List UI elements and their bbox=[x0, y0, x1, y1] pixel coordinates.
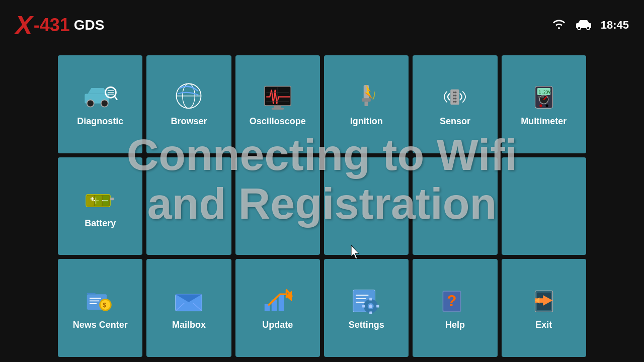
settings-icon bbox=[349, 286, 384, 316]
svg-rect-22 bbox=[365, 102, 368, 106]
sensor-icon bbox=[437, 82, 472, 112]
tile-empty-5[interactable] bbox=[502, 157, 586, 255]
tile-empty-2[interactable] bbox=[235, 157, 320, 255]
svg-point-1 bbox=[578, 27, 581, 30]
svg-rect-19 bbox=[272, 108, 284, 110]
svg-point-37 bbox=[539, 104, 542, 107]
svg-rect-46 bbox=[87, 195, 94, 206]
battery-label: Battery bbox=[85, 218, 116, 229]
tile-battery[interactable]: Battery bbox=[58, 157, 142, 255]
logo-number: 431 bbox=[40, 15, 70, 36]
clock-display: 18:45 bbox=[601, 19, 629, 32]
svg-text:?: ? bbox=[447, 292, 457, 310]
exit-label: Exit bbox=[535, 320, 552, 330]
svg-rect-42 bbox=[110, 197, 114, 200]
sensor-label: Sensor bbox=[440, 116, 470, 127]
header-right: 18:45 bbox=[551, 18, 629, 32]
multimeter-icon: 1.23V bbox=[526, 82, 561, 112]
grid-row-2: Battery bbox=[58, 157, 586, 255]
svg-point-29 bbox=[455, 98, 457, 100]
logo-dash: - bbox=[34, 15, 40, 36]
tile-settings[interactable]: Settings bbox=[324, 259, 409, 357]
svg-point-5 bbox=[101, 100, 108, 107]
wifi-icon bbox=[551, 18, 567, 32]
svg-point-27 bbox=[455, 95, 457, 97]
svg-rect-69 bbox=[369, 298, 372, 300]
svg-line-7 bbox=[115, 97, 117, 100]
update-icon bbox=[260, 286, 295, 316]
tile-oscilloscope[interactable]: Oscilloscope bbox=[235, 55, 320, 153]
svg-point-30 bbox=[453, 101, 455, 103]
ignition-label: Ignition bbox=[350, 116, 383, 127]
logo: X - 431 GDS bbox=[15, 12, 104, 38]
tile-ignition[interactable]: Ignition bbox=[324, 55, 409, 153]
news-center-icon: $ bbox=[83, 286, 118, 316]
svg-rect-48 bbox=[103, 195, 109, 206]
help-label: Help bbox=[445, 320, 465, 330]
exit-icon bbox=[526, 286, 561, 316]
svg-point-25 bbox=[455, 92, 457, 94]
svg-rect-21 bbox=[362, 98, 371, 102]
tile-exit[interactable]: Exit bbox=[502, 259, 586, 357]
news-center-label: News Center bbox=[73, 320, 128, 330]
settings-label: Settings bbox=[349, 320, 384, 330]
mailbox-label: Mailbox bbox=[172, 320, 206, 330]
svg-point-26 bbox=[453, 95, 455, 97]
header: X - 431 GDS 18:45 bbox=[0, 0, 644, 50]
svg-rect-39 bbox=[538, 96, 540, 98]
svg-rect-47 bbox=[95, 195, 102, 206]
mailbox-icon bbox=[171, 286, 206, 316]
tile-help[interactable]: ? Help bbox=[413, 259, 497, 357]
tile-sensor[interactable]: Sensor bbox=[413, 55, 497, 153]
logo-brand: GDS bbox=[74, 17, 105, 33]
browser-icon bbox=[171, 82, 206, 112]
svg-point-4 bbox=[87, 100, 94, 107]
svg-rect-40 bbox=[541, 96, 544, 98]
svg-rect-71 bbox=[362, 305, 365, 307]
svg-point-31 bbox=[455, 101, 457, 103]
app-grid: Diagnostic Browser bbox=[58, 55, 586, 357]
tile-multimeter[interactable]: 1.23V Multimeter bbox=[502, 55, 586, 153]
tile-update[interactable]: Update bbox=[235, 259, 320, 357]
tile-empty-1[interactable] bbox=[146, 157, 231, 255]
grid-row-3: $ News Center bbox=[58, 259, 586, 357]
update-label: Update bbox=[262, 320, 293, 330]
svg-rect-23 bbox=[451, 89, 460, 105]
car-icon bbox=[575, 18, 593, 32]
diagnostic-label: Diagnostic bbox=[77, 116, 123, 127]
tile-empty-4[interactable] bbox=[413, 157, 497, 255]
svg-point-68 bbox=[369, 305, 372, 308]
oscilloscope-icon bbox=[260, 82, 295, 112]
ignition-icon bbox=[349, 82, 384, 112]
tile-empty-3[interactable] bbox=[324, 157, 409, 255]
help-icon: ? bbox=[437, 286, 472, 316]
svg-point-38 bbox=[545, 104, 548, 107]
svg-point-2 bbox=[587, 27, 590, 30]
multimeter-label: Multimeter bbox=[521, 116, 567, 127]
battery-icon bbox=[83, 184, 118, 214]
tile-mailbox[interactable]: Mailbox bbox=[146, 259, 231, 357]
svg-rect-70 bbox=[369, 312, 372, 314]
svg-text:1.23V: 1.23V bbox=[538, 90, 550, 95]
svg-text:$: $ bbox=[103, 302, 106, 309]
tile-diagnostic[interactable]: Diagnostic bbox=[58, 55, 142, 153]
tile-news-center[interactable]: $ News Center bbox=[58, 259, 142, 357]
oscilloscope-label: Oscilloscope bbox=[250, 116, 306, 127]
tile-browser[interactable]: Browser bbox=[146, 55, 231, 153]
svg-rect-63 bbox=[279, 295, 284, 311]
svg-rect-72 bbox=[376, 305, 379, 307]
logo-x: X bbox=[15, 12, 33, 38]
svg-rect-18 bbox=[274, 106, 281, 108]
diagnostic-icon bbox=[83, 82, 118, 112]
grid-row-1: Diagnostic Browser bbox=[58, 55, 586, 153]
browser-label: Browser bbox=[171, 116, 207, 127]
svg-point-24 bbox=[453, 92, 455, 94]
svg-point-28 bbox=[453, 98, 455, 100]
